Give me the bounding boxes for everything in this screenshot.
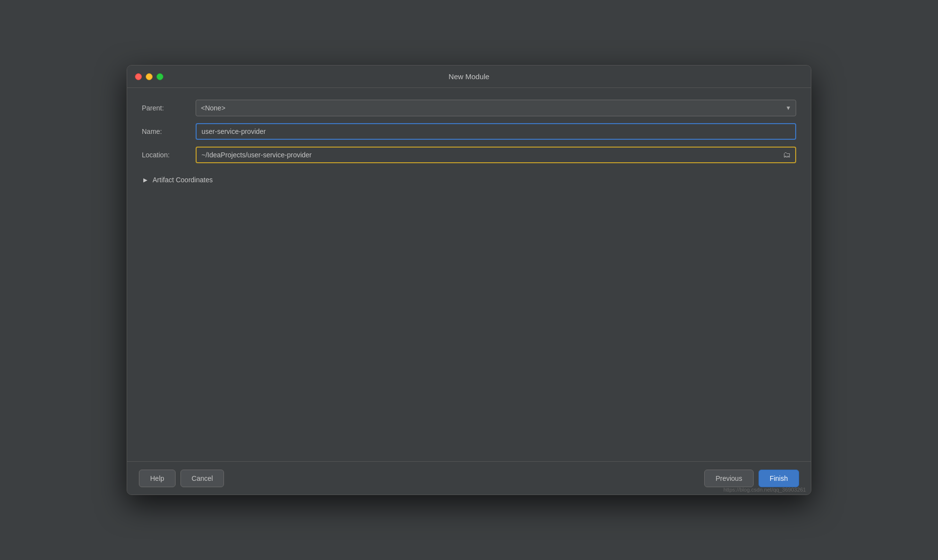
artifact-coordinates-section: ▶ Artifact Coordinates <box>142 174 796 186</box>
artifact-coordinates-toggle[interactable]: ▶ Artifact Coordinates <box>142 174 796 186</box>
window-title: New Module <box>448 72 489 81</box>
name-label: Name: <box>142 128 196 135</box>
finish-button[interactable]: Finish <box>759 470 799 487</box>
bottom-right-buttons: Previous Finish <box>704 470 799 487</box>
name-input[interactable] <box>196 123 796 140</box>
window-controls <box>135 73 163 80</box>
artifact-coordinates-title: Artifact Coordinates <box>153 176 213 184</box>
new-module-dialog: New Module Parent: <None> ▼ Name: Locati… <box>127 65 811 495</box>
bottom-left-buttons: Help Cancel <box>139 470 224 487</box>
parent-label: Parent: <box>142 104 196 112</box>
cancel-button[interactable]: Cancel <box>180 470 224 487</box>
parent-select-wrapper: <None> ▼ <box>196 100 796 116</box>
bottom-bar: Help Cancel Previous Finish https://blog… <box>127 461 811 495</box>
location-input-wrapper: 🗂 <box>196 147 796 163</box>
location-row: Location: 🗂 <box>142 147 796 163</box>
help-button[interactable]: Help <box>139 470 176 487</box>
maximize-button[interactable] <box>156 73 163 80</box>
minimize-button[interactable] <box>146 73 153 80</box>
location-input[interactable] <box>196 147 796 163</box>
title-bar: New Module <box>127 65 811 88</box>
parent-select[interactable]: <None> <box>196 100 796 116</box>
browse-folder-button[interactable]: 🗂 <box>782 150 792 160</box>
name-row: Name: <box>142 123 796 140</box>
previous-button[interactable]: Previous <box>704 470 753 487</box>
dialog-content: Parent: <None> ▼ Name: Location: 🗂 ▶ <box>127 88 811 461</box>
close-button[interactable] <box>135 73 142 80</box>
location-label: Location: <box>142 151 196 159</box>
parent-row: Parent: <None> ▼ <box>142 100 796 116</box>
watermark-text: https://blog.csdn.net/qq_36903261 <box>723 487 806 493</box>
artifact-chevron-icon: ▶ <box>142 177 149 183</box>
